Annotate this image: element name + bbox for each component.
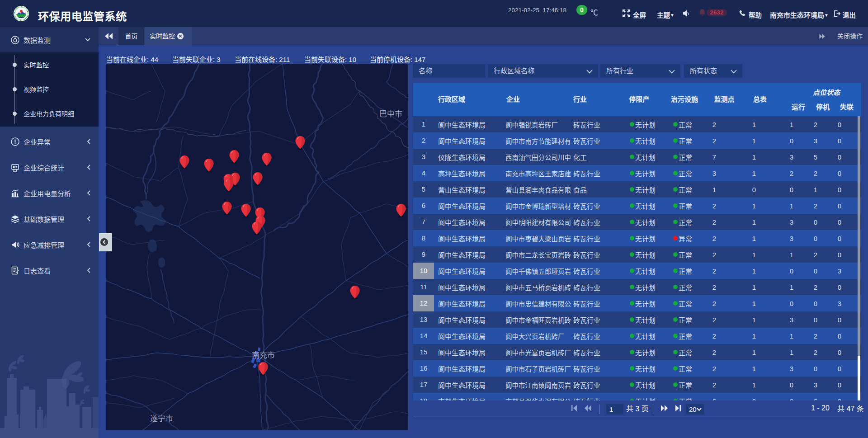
svg-text:巴中市: 巴中市 [379,110,402,118]
svg-text:南充市: 南充市 [252,351,275,360]
svg-text:遂宁市: 遂宁市 [150,414,173,423]
